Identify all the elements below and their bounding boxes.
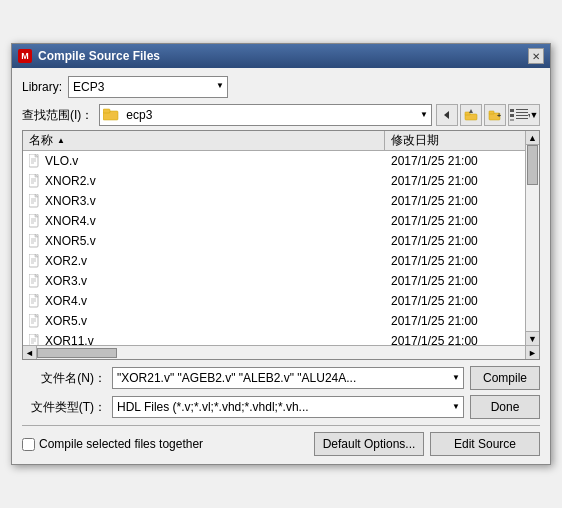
file-icon: [29, 274, 41, 288]
file-icon: [29, 254, 41, 268]
svg-marker-5: [469, 109, 473, 113]
svg-rect-1: [103, 109, 110, 113]
default-options-button[interactable]: Default Options...: [314, 432, 424, 456]
done-button[interactable]: Done: [470, 395, 540, 419]
file-date: 2017/1/25 21:00: [385, 294, 525, 308]
col-date-header[interactable]: 修改日期: [385, 131, 525, 150]
file-name: XOR11.v: [45, 334, 94, 345]
file-icon: [29, 154, 41, 168]
library-label: Library:: [22, 80, 62, 94]
file-icon: [29, 174, 41, 188]
toolbar-icons: + ▼: [436, 104, 540, 126]
file-date: 2017/1/25 21:00: [385, 234, 525, 248]
horizontal-scrollbar[interactable]: ◄ ►: [23, 345, 539, 359]
file-name: VLO.v: [45, 154, 78, 168]
hscroll-thumb[interactable]: [37, 348, 117, 358]
compile-button[interactable]: Compile: [470, 366, 540, 390]
file-list-header: 名称 ▲ 修改日期: [23, 131, 525, 151]
title-bar: M Compile Source Files ✕: [12, 44, 550, 68]
file-date: 2017/1/25 21:00: [385, 194, 525, 208]
table-row[interactable]: XNOR4.v2017/1/25 21:00: [23, 211, 525, 231]
up-folder-icon: [464, 108, 478, 122]
file-date: 2017/1/25 21:00: [385, 274, 525, 288]
svg-rect-7: [489, 111, 494, 114]
table-row[interactable]: XOR5.v2017/1/25 21:00: [23, 311, 525, 331]
file-icon: [29, 234, 41, 248]
table-row[interactable]: XNOR5.v2017/1/25 21:00: [23, 231, 525, 251]
close-button[interactable]: ✕: [528, 48, 544, 64]
file-date: 2017/1/25 21:00: [385, 174, 525, 188]
vertical-scrollbar[interactable]: ▲ ▼: [525, 131, 539, 345]
table-row[interactable]: VLO.v2017/1/25 21:00: [23, 151, 525, 171]
file-date: 2017/1/25 21:00: [385, 154, 525, 168]
footer-right: Default Options... Edit Source: [314, 432, 540, 456]
filename-label: 文件名(N)：: [22, 370, 112, 387]
main-window: M Compile Source Files ✕ Library: ECP3 查…: [11, 43, 551, 465]
filetype-row: 文件类型(T)： HDL Files (*.v;*.vl;*.vhd;*.vhd…: [22, 395, 540, 419]
compile-together-checkbox[interactable]: [22, 438, 35, 451]
back-button[interactable]: [436, 104, 458, 126]
scroll-left-button[interactable]: ◄: [23, 346, 37, 360]
file-date: 2017/1/25 21:00: [385, 254, 525, 268]
filename-input-wrapper: "XOR21.v" "AGEB2.v" "ALEB2.v" "ALU24A...: [112, 367, 464, 389]
svg-rect-4: [465, 112, 470, 115]
back-icon: [441, 109, 453, 121]
hscroll-track[interactable]: [37, 347, 525, 359]
filetype-input-wrapper: HDL Files (*.v;*.vl;*.vhd;*.vhdl;*.vh...: [112, 396, 464, 418]
scroll-down-button[interactable]: ▼: [526, 331, 539, 345]
svg-rect-14: [516, 115, 528, 116]
file-icon: [29, 314, 41, 328]
col-name-header[interactable]: 名称 ▲: [23, 131, 385, 150]
list-view-icon: [510, 109, 530, 121]
filetype-label: 文件类型(T)：: [22, 399, 112, 416]
scroll-thumb[interactable]: [527, 145, 538, 185]
file-icon: [29, 214, 41, 228]
scroll-right-button[interactable]: ►: [525, 346, 539, 360]
table-row[interactable]: XOR3.v2017/1/25 21:00: [23, 271, 525, 291]
scroll-track[interactable]: [526, 145, 539, 331]
file-name: XNOR3.v: [45, 194, 96, 208]
svg-rect-12: [516, 109, 528, 110]
svg-text:+: +: [497, 112, 501, 119]
new-folder-icon: +: [488, 108, 502, 122]
file-name: XOR4.v: [45, 294, 87, 308]
table-row[interactable]: XOR2.v2017/1/25 21:00: [23, 251, 525, 271]
table-row[interactable]: XNOR2.v2017/1/25 21:00: [23, 171, 525, 191]
svg-marker-2: [444, 111, 449, 119]
path-row: 查找范围(I)： ecp3: [22, 104, 540, 126]
sort-arrow: ▲: [57, 136, 65, 145]
file-name: XOR2.v: [45, 254, 87, 268]
path-select[interactable]: ecp3: [99, 104, 432, 126]
file-list: VLO.v2017/1/25 21:00 XNOR2.v2017/1/25 21…: [23, 151, 525, 345]
file-name: XOR5.v: [45, 314, 87, 328]
table-row[interactable]: XOR4.v2017/1/25 21:00: [23, 291, 525, 311]
file-name: XNOR4.v: [45, 214, 96, 228]
path-folder-icon: [103, 107, 119, 121]
compile-together-checkbox-label[interactable]: Compile selected files together: [22, 437, 203, 451]
svg-rect-13: [516, 112, 528, 113]
svg-rect-15: [516, 118, 528, 119]
list-view-button[interactable]: ▼: [508, 104, 540, 126]
file-browser: 名称 ▲ 修改日期 VLO.v2017/1/25 21:00: [22, 130, 540, 360]
file-date: 2017/1/25 21:00: [385, 214, 525, 228]
up-button[interactable]: [460, 104, 482, 126]
table-row[interactable]: XNOR3.v2017/1/25 21:00: [23, 191, 525, 211]
new-folder-button[interactable]: +: [484, 104, 506, 126]
content-area: Library: ECP3 查找范围(I)： ecp3: [12, 68, 550, 464]
filename-select[interactable]: "XOR21.v" "AGEB2.v" "ALEB2.v" "ALU24A...: [112, 367, 464, 389]
svg-rect-11: [510, 119, 514, 121]
svg-rect-10: [510, 114, 514, 117]
library-row: Library: ECP3: [22, 76, 540, 98]
app-icon: M: [18, 49, 32, 63]
filetype-select[interactable]: HDL Files (*.v;*.vl;*.vhd;*.vhdl;*.vh...: [112, 396, 464, 418]
file-name: XOR3.v: [45, 274, 87, 288]
file-name: XNOR2.v: [45, 174, 96, 188]
file-icon: [29, 194, 41, 208]
library-select[interactable]: ECP3: [68, 76, 228, 98]
file-date: 2017/1/25 21:00: [385, 314, 525, 328]
table-row[interactable]: XOR11.v2017/1/25 21:00: [23, 331, 525, 345]
edit-source-button[interactable]: Edit Source: [430, 432, 540, 456]
divider: [22, 425, 540, 426]
scroll-up-button[interactable]: ▲: [526, 131, 539, 145]
title-bar-left: M Compile Source Files: [18, 49, 160, 63]
